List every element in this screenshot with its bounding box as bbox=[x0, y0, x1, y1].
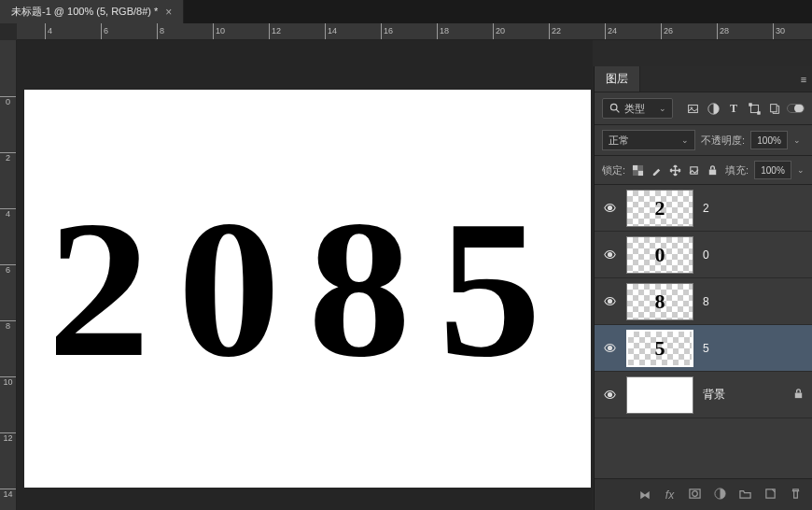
layer-thumbnail[interactable]: 5 bbox=[626, 330, 693, 367]
new-layer-icon[interactable] bbox=[763, 488, 777, 503]
ruler-tick: 0 bbox=[0, 96, 16, 106]
visibility-icon[interactable] bbox=[602, 388, 617, 403]
layer-filter-row: 类型 ⌄ T bbox=[595, 92, 812, 125]
layer-row[interactable]: 22 bbox=[595, 185, 812, 232]
ruler-horizontal: 4681012141618202224262830 bbox=[17, 23, 812, 40]
svg-rect-6 bbox=[749, 103, 750, 105]
ruler-tick: 14 bbox=[0, 489, 16, 499]
delete-layer-icon[interactable] bbox=[789, 488, 803, 503]
layer-name: 5 bbox=[703, 342, 709, 355]
type-filter-icon[interactable]: T bbox=[727, 102, 740, 115]
filter-toggle[interactable] bbox=[787, 104, 805, 113]
svg-point-18 bbox=[608, 346, 611, 349]
link-layers-icon[interactable]: ⧓ bbox=[637, 489, 651, 502]
close-icon[interactable]: × bbox=[165, 6, 172, 19]
layer-thumbnail[interactable]: 8 bbox=[626, 283, 693, 320]
svg-rect-10 bbox=[637, 170, 643, 176]
document-tab-bar: 未标题-1 @ 100% (5, RGB/8#) * × bbox=[0, 0, 812, 23]
chevron-down-icon: ⌄ bbox=[659, 104, 666, 113]
layer-row[interactable]: 00 bbox=[595, 232, 812, 278]
lock-artboard-icon[interactable] bbox=[687, 163, 700, 177]
layer-row[interactable]: 88 bbox=[595, 278, 812, 325]
lock-transparency-icon[interactable] bbox=[631, 163, 644, 177]
ruler-tick: 14 bbox=[325, 23, 337, 39]
image-filter-icon[interactable] bbox=[686, 102, 699, 115]
panel-tab-bar: 图层 ≡ bbox=[595, 66, 812, 92]
layer-thumbnail[interactable] bbox=[626, 376, 693, 414]
layers-panel: 图层 ≡ 类型 ⌄ T 正常 ⌄ 不透明度: 100% ⌄ 锁定: bbox=[594, 66, 812, 510]
group-icon[interactable] bbox=[738, 488, 752, 503]
visibility-icon[interactable] bbox=[602, 248, 617, 262]
visibility-icon[interactable] bbox=[602, 294, 617, 309]
ruler-tick: 12 bbox=[269, 23, 281, 39]
document-tab[interactable]: 未标题-1 @ 100% (5, RGB/8#) * × bbox=[0, 0, 184, 23]
ruler-tick: 28 bbox=[717, 23, 729, 39]
filter-type-icons: T bbox=[686, 102, 781, 115]
layer-row[interactable]: 55 bbox=[595, 325, 812, 372]
canvas-text: 2085 bbox=[47, 177, 568, 402]
shape-filter-icon[interactable] bbox=[748, 102, 761, 115]
ruler-tick: 2 bbox=[0, 152, 16, 163]
ruler-tick: 20 bbox=[493, 23, 505, 39]
layers-tab[interactable]: 图层 bbox=[595, 66, 640, 92]
canvas-area[interactable]: 2085 bbox=[17, 40, 593, 510]
layer-thumbnail[interactable]: 0 bbox=[626, 236, 693, 274]
ruler-tick: 6 bbox=[101, 23, 108, 39]
lock-row: 锁定: 填充: 100% ⌄ bbox=[595, 156, 812, 185]
layer-filter-select[interactable]: 类型 ⌄ bbox=[602, 98, 673, 119]
ruler-tick: 18 bbox=[437, 23, 449, 39]
chevron-down-icon[interactable]: ⌄ bbox=[793, 135, 801, 145]
layer-row[interactable]: 背景 bbox=[595, 372, 812, 418]
smart-filter-icon[interactable] bbox=[768, 102, 781, 115]
visibility-icon[interactable] bbox=[602, 201, 617, 216]
layer-mask-icon[interactable] bbox=[688, 488, 702, 503]
fill-value[interactable]: 100% bbox=[754, 161, 791, 179]
ruler-vertical: 02468101214 bbox=[0, 40, 17, 510]
lock-paint-icon[interactable] bbox=[650, 163, 663, 177]
panel-menu-icon[interactable]: ≡ bbox=[795, 66, 812, 92]
ruler-tick: 8 bbox=[0, 320, 16, 331]
svg-rect-8 bbox=[770, 104, 777, 111]
layer-thumbnail[interactable]: 2 bbox=[626, 190, 693, 227]
svg-point-17 bbox=[608, 299, 611, 303]
ruler-tick: 12 bbox=[0, 432, 16, 443]
document-tab-title: 未标题-1 @ 100% (5, RGB/8#) * bbox=[11, 5, 158, 19]
opacity-value[interactable]: 100% bbox=[750, 131, 788, 149]
svg-point-19 bbox=[608, 392, 611, 396]
ruler-tick: 24 bbox=[605, 23, 617, 39]
opacity-label: 不透明度: bbox=[701, 134, 745, 148]
ruler-tick: 10 bbox=[0, 376, 16, 387]
blend-mode-label: 正常 bbox=[609, 134, 629, 148]
svg-rect-11 bbox=[637, 164, 643, 170]
fill-label: 填充: bbox=[725, 163, 749, 177]
svg-point-15 bbox=[608, 205, 611, 209]
layer-name: 背景 bbox=[703, 387, 725, 403]
chevron-down-icon[interactable]: ⌄ bbox=[797, 165, 805, 175]
ruler-tick: 6 bbox=[0, 264, 16, 275]
adjust-filter-icon[interactable] bbox=[707, 102, 720, 115]
search-icon bbox=[609, 102, 621, 116]
lock-all-icon[interactable] bbox=[706, 163, 719, 177]
svg-point-16 bbox=[608, 252, 611, 256]
panel-bottom-bar: ⧓ fx bbox=[595, 478, 812, 510]
layer-name: 8 bbox=[703, 295, 709, 308]
ruler-tick: 16 bbox=[381, 23, 393, 39]
layer-effects-icon[interactable]: fx bbox=[663, 489, 677, 502]
visibility-icon[interactable] bbox=[602, 341, 617, 356]
canvas[interactable]: 2085 bbox=[24, 90, 591, 488]
lock-icon bbox=[792, 388, 805, 402]
svg-point-22 bbox=[693, 490, 698, 496]
blend-row: 正常 ⌄ 不透明度: 100% ⌄ bbox=[595, 125, 812, 156]
layer-name: 2 bbox=[703, 202, 709, 215]
svg-line-1 bbox=[616, 109, 619, 112]
svg-rect-7 bbox=[757, 111, 759, 113]
adjustment-layer-icon[interactable] bbox=[713, 488, 727, 503]
ruler-tick: 22 bbox=[549, 23, 561, 39]
blend-mode-select[interactable]: 正常 ⌄ bbox=[602, 130, 695, 150]
ruler-tick: 10 bbox=[213, 23, 225, 39]
ruler-tick: 8 bbox=[157, 23, 164, 39]
lock-move-icon[interactable] bbox=[668, 163, 681, 177]
layer-name: 0 bbox=[703, 248, 709, 262]
ruler-tick: 4 bbox=[45, 23, 52, 39]
svg-point-0 bbox=[610, 104, 617, 110]
